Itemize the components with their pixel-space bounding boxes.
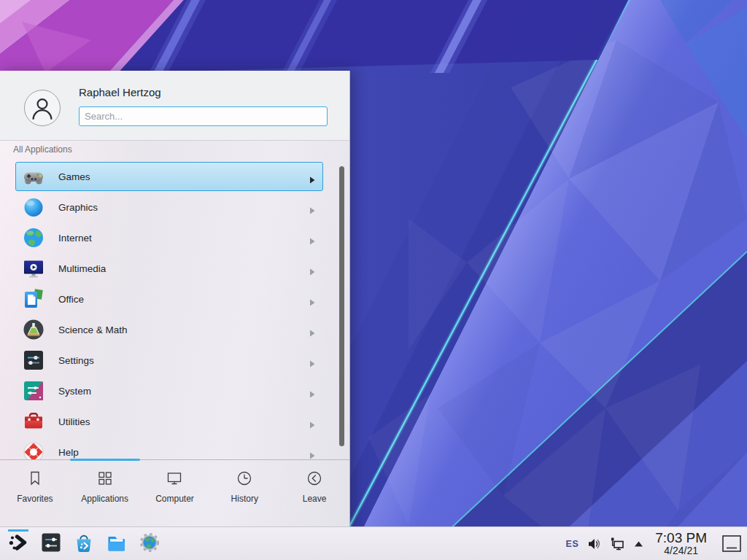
discover-store-icon: [73, 532, 95, 556]
user-avatar-icon: [24, 90, 61, 126]
search-input[interactable]: [79, 106, 328, 126]
category-label: Graphics: [58, 202, 98, 213]
submenu-arrow-icon: [309, 296, 315, 303]
submenu-arrow-icon: [309, 204, 315, 211]
tab-computer[interactable]: Computer: [140, 470, 210, 526]
file-manager-icon: [106, 532, 128, 556]
tab-label: Leave: [303, 494, 327, 504]
globe-icon: [22, 226, 45, 249]
system-sliders-icon: [22, 379, 45, 402]
category-science-math[interactable]: Science & Math: [15, 315, 323, 344]
volume-icon[interactable]: [587, 537, 601, 551]
category-internet[interactable]: Internet: [15, 223, 323, 252]
show-desktop-button[interactable]: [721, 533, 743, 555]
clock-time: 7:03 PM: [655, 531, 707, 545]
category-settings[interactable]: Settings: [15, 346, 323, 375]
clock-date: 4/24/21: [655, 545, 707, 556]
desktop: Raphael Hertzog All Applications: [0, 0, 747, 560]
tab-label: History: [231, 494, 258, 504]
category-label: Games: [58, 171, 90, 182]
category-utilities[interactable]: Utilities: [15, 407, 323, 436]
toolbox-icon: [22, 410, 45, 433]
category-system[interactable]: System: [15, 376, 323, 405]
kickoff-launcher-icon: [7, 532, 29, 556]
documents-icon: [22, 287, 45, 311]
discover-store-button[interactable]: [70, 529, 98, 559]
tab-label: Favorites: [17, 494, 53, 504]
digital-clock[interactable]: 7:03 PM 4/24/21: [655, 531, 707, 556]
network-icon[interactable]: [609, 536, 625, 552]
category-label: Utilities: [58, 416, 90, 427]
category-label: Office: [58, 294, 84, 305]
submenu-arrow-icon: [309, 388, 315, 395]
section-label: All Applications: [13, 144, 72, 155]
monitor-play-icon: [22, 257, 45, 280]
gamepad-icon: [22, 165, 45, 188]
computer-icon: [166, 470, 183, 490]
submenu-arrow-icon: [309, 357, 315, 365]
category-multimedia[interactable]: Multimedia: [15, 254, 323, 283]
bookmark-icon: [26, 470, 44, 490]
application-launcher-button[interactable]: [4, 529, 32, 559]
category-label: System: [58, 386, 91, 397]
category-list: Games Graphics: [0, 162, 349, 459]
system-tray: ES 7:03 PM: [566, 531, 747, 556]
tab-leave[interactable]: Leave: [279, 470, 349, 526]
taskbar-launchers: [0, 529, 163, 559]
submenu-arrow-icon: [309, 235, 315, 242]
sliders-icon: [22, 349, 45, 372]
taskbar: ES 7:03 PM: [0, 526, 747, 560]
web-browser-button[interactable]: [136, 529, 163, 559]
tab-applications[interactable]: Applications: [70, 470, 140, 526]
submenu-arrow-icon: [309, 265, 315, 273]
lifebuoy-icon: [22, 440, 45, 459]
expand-tray-arrow-icon[interactable]: [633, 540, 644, 548]
application-launcher-menu: Raphael Hertzog All Applications: [0, 71, 350, 526]
flask-icon: [22, 318, 45, 341]
submenu-arrow-icon: [309, 419, 315, 426]
active-tab-indicator: [70, 459, 140, 461]
submenu-arrow-icon: [309, 449, 315, 456]
system-settings-button[interactable]: [37, 529, 65, 559]
tab-history[interactable]: History: [209, 470, 279, 526]
submenu-arrow-icon: [309, 327, 315, 334]
category-label: Internet: [58, 233, 92, 244]
category-games[interactable]: Games: [15, 162, 323, 191]
clock-icon: [236, 470, 253, 490]
file-manager-button[interactable]: [103, 529, 131, 559]
active-launcher-indicator: [8, 529, 28, 532]
user-name: Raphael Hertzog: [79, 86, 161, 98]
tab-favorites[interactable]: Favorites: [0, 470, 70, 526]
system-settings-icon: [40, 532, 62, 556]
submenu-arrow-icon: [309, 174, 315, 181]
category-label: Settings: [58, 355, 94, 366]
sphere-icon: [22, 195, 45, 219]
category-label: Science & Math: [58, 324, 128, 335]
scrollbar[interactable]: [339, 166, 344, 446]
category-office[interactable]: Office: [15, 284, 323, 314]
category-label: Multimedia: [58, 263, 106, 274]
tab-label: Applications: [81, 494, 128, 504]
category-label: Help: [58, 447, 79, 458]
leave-icon: [306, 470, 323, 490]
keyboard-layout-indicator[interactable]: ES: [566, 539, 579, 549]
category-graphics[interactable]: Graphics: [15, 192, 323, 222]
grid-icon: [96, 470, 114, 490]
launcher-footer: Favorites Applications Computer: [0, 459, 349, 526]
tab-label: Computer: [155, 494, 194, 504]
launcher-header: Raphael Hertzog: [0, 71, 349, 141]
web-browser-icon: [139, 532, 160, 556]
category-help[interactable]: Help: [15, 438, 323, 459]
